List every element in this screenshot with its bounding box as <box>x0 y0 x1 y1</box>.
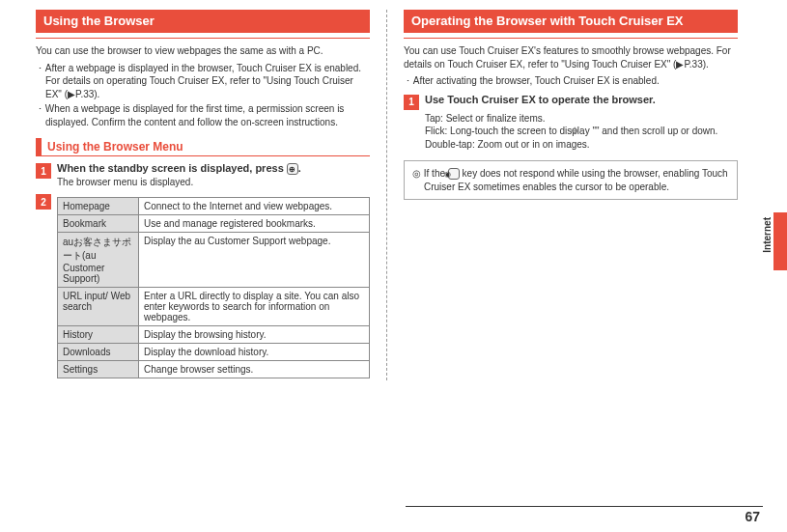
table-row: HomepageConnect to the Internet and view… <box>58 198 370 215</box>
step-1-right: 1 Use Touch Cruiser EX to operate the br… <box>404 94 738 110</box>
column-divider <box>386 10 387 380</box>
section-header-touch-cruiser: Operating the Browser with Touch Cruiser… <box>404 10 738 33</box>
dpad-key-icon: ◉ <box>448 168 460 180</box>
step-1: 1 When the standby screen is displayed, … <box>36 162 370 187</box>
bullet-item: ･ After a webpage is displayed in the br… <box>36 62 370 101</box>
side-tab <box>773 212 787 270</box>
section-header-using-browser: Using the Browser <box>36 10 370 33</box>
side-label-internet: Internet <box>762 217 773 253</box>
sub-header-browser-menu: Using the Browser Menu <box>36 138 370 156</box>
step-title: Use Touch Cruiser EX to operate the brow… <box>425 94 738 105</box>
table-row: HistoryDisplay the browsing history. <box>58 326 370 344</box>
bullet-item: ･ After activating the browser, Touch Cr… <box>404 74 738 88</box>
step-number-2: 2 <box>36 194 51 210</box>
globe-key-icon: ⊕ <box>287 163 298 175</box>
intro-text: You can use the browser to view webpages… <box>36 44 370 58</box>
browser-menu-table: HomepageConnect to the Internet and view… <box>57 197 370 378</box>
action-double-tap: Double-tap: Zoom out or in on images. <box>425 138 738 152</box>
bullet-item: ･ When a webpage is displayed for the fi… <box>36 102 370 128</box>
table-row: BookmarkUse and manage registered bookma… <box>58 215 370 233</box>
table-row: URL input/ Web searchEnter a URL directl… <box>58 288 370 326</box>
table-row: SettingsChange browser settings. <box>58 361 370 378</box>
intro-text-right: You can use Touch Cruiser EX's features … <box>404 44 738 70</box>
action-tap: Tap: Select or finalize items. <box>425 112 738 126</box>
step-number-1: 1 <box>404 95 419 110</box>
note-box: ◎ If the ◉ key does not respond while us… <box>404 160 738 200</box>
page-number: 67 <box>745 509 760 524</box>
step-1-title: When the standby screen is displayed, pr… <box>57 162 370 175</box>
table-row: DownloadsDisplay the download history. <box>58 344 370 361</box>
page-footer-line <box>406 506 763 507</box>
table-row: auお客さまサポート(au Customer Support)Display t… <box>58 233 370 288</box>
step-1-sub: The browser menu is displayed. <box>57 177 370 187</box>
step-2: 2 HomepageConnect to the Internet and vi… <box>36 193 370 378</box>
step-number-1: 1 <box>36 163 51 179</box>
action-flick: Flick: Long-touch the screen to display … <box>425 125 738 138</box>
